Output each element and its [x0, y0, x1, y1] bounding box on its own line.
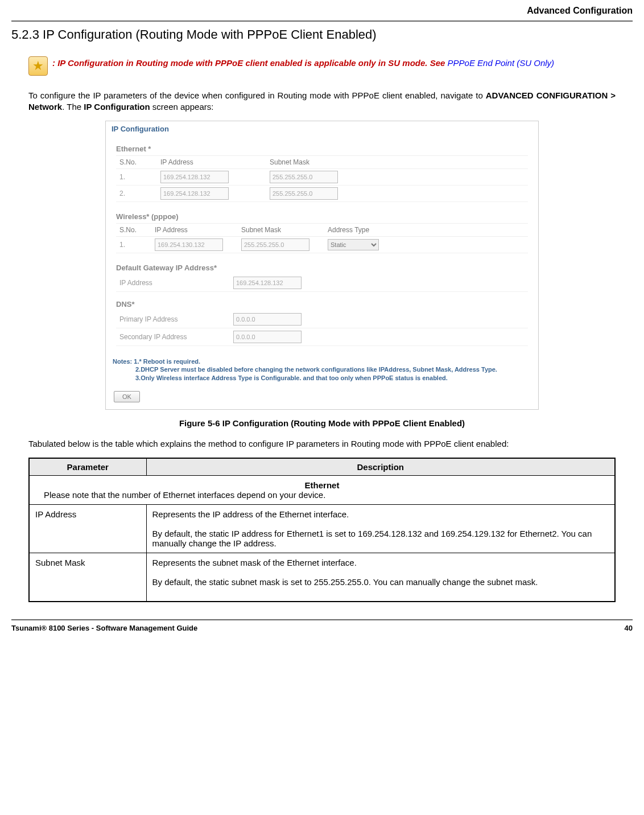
section-ethernet-title: Ethernet — [44, 480, 600, 490]
scr-dns-secondary-row: Secondary IP Address — [116, 328, 528, 346]
table-section-row: Ethernet Please note that the number of … — [29, 476, 615, 505]
scr-wireless-table: S.No. IP Address Subnet Mask Address Typ… — [116, 223, 528, 253]
th-description: Description — [146, 458, 615, 476]
wl1-mask-input[interactable] — [241, 238, 309, 251]
footer-right: 40 — [625, 624, 633, 632]
eth1-sno: 1. — [116, 169, 157, 186]
desc-ipaddress-a: Represents the IP address of the Etherne… — [152, 509, 609, 519]
scr-dns-header: DNS* — [116, 300, 528, 308]
scr-gateway-header: Default Gateway IP Address* — [116, 264, 528, 272]
top-rule — [11, 20, 633, 22]
section-ethernet-sub: Please note that the number of Ethernet … — [44, 490, 600, 500]
scr-ethernet-header: Ethernet * — [116, 145, 528, 153]
eth2-mask-input[interactable] — [270, 187, 338, 200]
col-ip: IP Address — [151, 224, 238, 237]
page-footer: Tsunami® 8100 Series - Software Manageme… — [11, 619, 633, 636]
scr-notes: Notes: 1.* Reboot is required. 2.DHCP Se… — [106, 352, 538, 388]
ok-button[interactable]: OK — [114, 391, 140, 402]
param-subnetmask: Subnet Mask — [29, 553, 146, 602]
desc-ipaddress-b: By default, the static IP address for Et… — [152, 529, 609, 548]
eth1-mask-input[interactable] — [270, 171, 338, 183]
scr-gateway-row: IP Address — [116, 274, 528, 292]
eth1-ip-input[interactable] — [160, 171, 229, 183]
col-mask: Subnet Mask — [238, 224, 324, 237]
body1e: screen appears: — [150, 102, 214, 112]
dns-primary-label: Primary IP Address — [116, 315, 233, 323]
eth2-sno: 2. — [116, 186, 157, 202]
body2: Tabulated below is the table which expla… — [28, 438, 616, 450]
note-box: ★ : IP Configuration in Routing mode wit… — [28, 56, 616, 76]
desc-subnetmask-a: Represents the subnet mask of the Ethern… — [152, 558, 609, 567]
figure-caption: Figure 5-6 IP Configuration (Routing Mod… — [11, 418, 633, 428]
body1c: . The — [62, 102, 84, 112]
eth2-ip-input[interactable] — [160, 187, 229, 200]
note-text: : IP Configuration in Routing mode with … — [52, 56, 554, 69]
page-header-right: Advanced Configuration — [11, 0, 633, 20]
dns-primary-input[interactable] — [233, 313, 302, 326]
col-sno: S.No. — [116, 224, 151, 237]
footer-left: Tsunami® 8100 Series - Software Manageme… — [11, 624, 197, 632]
th-parameter: Parameter — [29, 458, 146, 476]
note-link-pppoe[interactable]: PPPoE End Point (SU Only) — [448, 58, 555, 68]
dns-secondary-input[interactable] — [233, 331, 302, 343]
intro-paragraph: To configure the IP parameters of the de… — [28, 90, 616, 112]
wl1-ip-input[interactable] — [155, 238, 223, 251]
section-heading: 5.2.3 IP Configuration (Routing Mode wit… — [11, 27, 633, 42]
note-text-red: : IP Configuration in Routing mode with … — [52, 58, 448, 68]
col-type: Address Type — [324, 224, 407, 237]
desc-subnetmask: Represents the subnet mask of the Ethern… — [146, 553, 615, 602]
scr-dns-primary-row: Primary IP Address — [116, 311, 528, 328]
scr-wireless-header: Wireless* (pppoe) — [116, 212, 528, 221]
dns-secondary-label: Secondary IP Address — [116, 333, 233, 341]
table-row: Subnet Mask Represents the subnet mask o… — [29, 553, 615, 602]
desc-ipaddress: Represents the IP address of the Etherne… — [146, 505, 615, 553]
body1d: IP Configuration — [84, 102, 150, 112]
notes-l2: 2.DHCP Server must be disabled before ch… — [113, 365, 497, 373]
parameter-table: Parameter Description Ethernet Please no… — [28, 458, 616, 602]
notes-l1: Notes: 1.* Reboot is required. — [113, 358, 200, 365]
notes-l3: 3.Only Wireless interface Address Type i… — [113, 374, 448, 382]
ip-config-screenshot: IP Configuration Ethernet * S.No. IP Add… — [105, 121, 539, 410]
star-icon: ★ — [28, 56, 48, 76]
table-row: 1. Static — [116, 237, 528, 253]
col-sno: S.No. — [116, 156, 157, 169]
scr-title: IP Configuration — [106, 121, 538, 140]
body1a: To configure the IP parameters of the de… — [28, 90, 486, 100]
table-row: IP Address Represents the IP address of … — [29, 505, 615, 553]
col-ip: IP Address — [157, 156, 266, 169]
wl1-type-select[interactable]: Static — [328, 239, 379, 250]
desc-subnetmask-b: By default, the static subnet mask is se… — [152, 577, 609, 587]
wl1-sno: 1. — [116, 237, 151, 253]
gw-input[interactable] — [233, 277, 302, 289]
gw-label: IP Address — [116, 279, 233, 287]
table-row: 2. — [116, 186, 528, 202]
table-row: 1. — [116, 169, 528, 186]
col-mask: Subnet Mask — [266, 156, 362, 169]
param-ipaddress: IP Address — [29, 505, 146, 553]
scr-ethernet-table: S.No. IP Address Subnet Mask 1. 2. — [116, 155, 528, 202]
